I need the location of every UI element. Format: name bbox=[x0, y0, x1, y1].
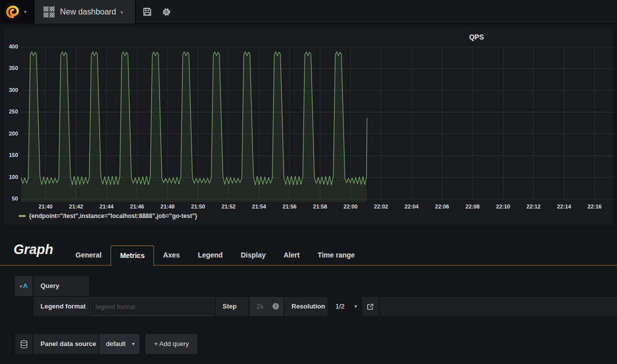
series-legend-label[interactable]: {endpoint="/test",instance="localhost:88… bbox=[29, 212, 198, 220]
resolution-label: Resolution bbox=[284, 297, 328, 316]
y-axis-tick-label: 200 bbox=[4, 130, 18, 136]
y-axis-tick-label: 300 bbox=[4, 87, 18, 93]
y-axis-tick-label: 400 bbox=[4, 44, 18, 50]
x-axis-tick-label: 22:16 bbox=[582, 204, 607, 210]
chevron-down-icon: ▾ bbox=[354, 297, 357, 316]
tab-time-range[interactable]: Time range bbox=[308, 246, 364, 265]
step-value-field[interactable]: 2s i bbox=[250, 297, 284, 316]
x-axis-tick-label: 22:04 bbox=[399, 204, 424, 210]
y-axis-tick-label: 50 bbox=[4, 196, 18, 202]
x-axis-tick-label: 21:48 bbox=[155, 204, 180, 210]
top-nav-bar: ▾ New dashboard ▾ bbox=[0, 0, 617, 24]
x-axis-tick-label: 22:10 bbox=[490, 204, 516, 210]
query-label: Query bbox=[34, 276, 89, 296]
chevron-down-icon: ▾ bbox=[120, 10, 123, 15]
x-axis-tick-label: 21:54 bbox=[246, 204, 272, 210]
datasource-select[interactable]: default ▾ bbox=[100, 334, 140, 354]
x-axis-tick-label: 21:50 bbox=[186, 204, 210, 210]
add-query-button[interactable]: + Add query bbox=[146, 334, 198, 354]
query-ref-letter: A bbox=[23, 282, 28, 290]
gear-icon bbox=[162, 8, 171, 16]
save-icon bbox=[143, 8, 152, 16]
chevron-down-icon: ▾ bbox=[20, 284, 22, 289]
query-collapse-toggle[interactable]: ▾A bbox=[15, 276, 32, 296]
options-row-spacer bbox=[380, 297, 617, 316]
series-color-swatch bbox=[19, 215, 26, 217]
datasource-value: default bbox=[106, 340, 126, 348]
y-axis-tick-label: 100 bbox=[4, 174, 18, 180]
panel-datasource-label: Panel data source bbox=[34, 334, 98, 354]
tab-legend[interactable]: Legend bbox=[189, 246, 232, 265]
tab-general[interactable]: General bbox=[66, 246, 110, 265]
chevron-down-icon: ▾ bbox=[24, 10, 26, 14]
dashboard-settings-button[interactable] bbox=[157, 0, 176, 24]
tab-display[interactable]: Display bbox=[232, 246, 274, 265]
x-axis-tick-label: 22:00 bbox=[338, 204, 363, 210]
legend-format-label: Legend format bbox=[34, 297, 89, 316]
y-axis-tick-label: 250 bbox=[4, 108, 18, 114]
dashboard-grid-icon bbox=[44, 6, 54, 18]
resolution-value: 1/2 bbox=[336, 302, 344, 310]
panel-title[interactable]: QPS bbox=[469, 33, 484, 41]
step-label: Step bbox=[216, 297, 248, 316]
dashboard-title-menu[interactable]: New dashboard ▾ bbox=[35, 0, 136, 24]
step-value: 2s bbox=[256, 302, 264, 310]
resolution-select[interactable]: 1/2 ▾ bbox=[328, 297, 361, 316]
dashboard-title: New dashboard bbox=[60, 8, 116, 16]
x-axis-tick-label: 21:58 bbox=[308, 204, 332, 210]
x-axis-tick-label: 22:12 bbox=[521, 204, 546, 210]
x-axis-tick-label: 22:08 bbox=[460, 204, 485, 210]
x-axis-tick-label: 21:56 bbox=[277, 204, 302, 210]
x-axis-tick-label: 21:40 bbox=[33, 204, 58, 210]
qps-line-chart bbox=[21, 44, 613, 202]
tab-axes[interactable]: Axes bbox=[154, 246, 188, 265]
chart-plot-area[interactable] bbox=[21, 44, 613, 202]
x-axis-tick-label: 21:52 bbox=[216, 204, 241, 210]
info-icon[interactable]: i bbox=[272, 303, 279, 310]
datasource-button[interactable] bbox=[15, 334, 32, 354]
x-axis-tick-label: 22:06 bbox=[430, 204, 454, 210]
tab-metrics[interactable]: Metrics bbox=[110, 246, 154, 266]
database-icon bbox=[20, 340, 28, 348]
save-dashboard-button[interactable] bbox=[138, 0, 156, 24]
panel-editor-type-title: Graph bbox=[14, 242, 54, 258]
graph-panel: QPS 40035030025020015010050 21:4021:4221… bbox=[4, 28, 613, 225]
external-link-icon bbox=[366, 303, 374, 310]
editor-tabs: General Metrics Axes Legend Display Aler… bbox=[66, 246, 364, 266]
grafana-logo-icon bbox=[4, 2, 22, 21]
tab-alert[interactable]: Alert bbox=[274, 246, 308, 265]
x-axis-tick-label: 21:46 bbox=[124, 204, 150, 210]
x-axis-tick-label: 22:14 bbox=[552, 204, 576, 210]
chart-legend: {endpoint="/test",instance="localhost:88… bbox=[19, 212, 198, 220]
chevron-down-icon: ▾ bbox=[132, 334, 134, 354]
x-axis-tick-label: 21:44 bbox=[94, 204, 119, 210]
y-axis-tick-label: 350 bbox=[4, 65, 18, 71]
x-axis-tick-label: 21:42 bbox=[64, 204, 88, 210]
y-axis-tick-label: 150 bbox=[4, 152, 18, 158]
x-axis-tick-label: 22:02 bbox=[368, 204, 394, 210]
legend-format-input[interactable] bbox=[90, 297, 214, 316]
grafana-main-menu[interactable]: ▾ bbox=[0, 0, 34, 24]
query-export-button[interactable] bbox=[362, 297, 378, 316]
